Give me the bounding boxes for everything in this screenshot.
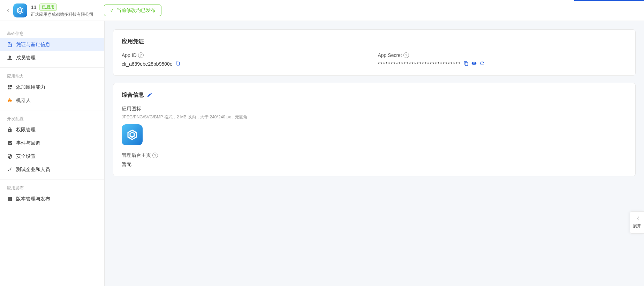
sidebar-item-permissions-label: 权限管理 (16, 127, 36, 133)
sidebar-item-security-label: 安全设置 (16, 153, 36, 160)
credentials-card-title: 应用凭证 (122, 38, 627, 45)
app-id-copy-icon[interactable] (175, 61, 180, 67)
app-secret-eye-icon[interactable] (471, 61, 477, 67)
admin-field-label: 管理后台主页 (122, 152, 151, 159)
credentials-card: 应用凭证 App ID ? cli_a639ebe28bb9500e (113, 29, 636, 76)
general-info-header: 综合信息 (122, 91, 627, 99)
admin-field-label-row: 管理后台主页 ? (122, 152, 627, 159)
app-secret-value: ******************************** (378, 61, 461, 67)
app-id-value: cli_a639ebe28bb9500e (122, 61, 173, 67)
sidebar-section-title-dev: 开发配置 (0, 113, 104, 123)
app-id-number: 11 (31, 4, 37, 10)
sidebar-section-title-basics: 基础信息 (0, 28, 104, 38)
sidebar-item-robot-label: 机器人 (16, 97, 31, 104)
publish-icon (7, 196, 13, 202)
icon-field-desc: JPEG/PNG/SVG/BMP 格式，2 MB 以内，大于 240*240 p… (122, 114, 627, 120)
app-secret-refresh-icon[interactable] (479, 61, 485, 67)
icon-field-label: 应用图标 (122, 106, 627, 112)
sidebar-section-title-ability: 应用能力 (0, 71, 104, 81)
app-icon (13, 3, 27, 17)
lock-icon (7, 127, 13, 133)
expand-button[interactable]: 《 展开 (630, 211, 644, 234)
app-info: 11 已启用 正式应用@成都赡多科技有限公司 (31, 3, 93, 17)
sidebar-item-add-ability-label: 添加应用能力 (16, 84, 45, 90)
sidebar-item-permissions[interactable]: 权限管理 (0, 123, 104, 137)
app-secret-copy-icon[interactable] (464, 61, 469, 67)
divider-2 (0, 110, 104, 110)
callback-icon (7, 140, 13, 146)
grid-icon (7, 85, 13, 90)
sidebar-item-version-label: 版本管理与发布 (16, 196, 50, 202)
publish-status-text: 当前修改均已发布 (116, 7, 156, 14)
person-icon (7, 55, 13, 61)
general-info-title: 综合信息 (122, 91, 144, 99)
app-id-value-row: cli_a639ebe28bb9500e (122, 61, 371, 67)
back-button[interactable]: ‹ (7, 7, 9, 14)
sidebar: 基础信息 凭证与基础信息 成员管理 应用能力 (0, 21, 105, 286)
sidebar-item-events-label: 事件与回调 (16, 140, 40, 146)
admin-help-icon[interactable]: ? (152, 153, 158, 158)
expand-chevron-icon: 《 (635, 216, 639, 222)
app-header: ‹ 11 已启用 正式应用@成都赡多科技有限公司 ✓ 当前修改均已发布 (0, 0, 644, 21)
app-status-badge: 已启用 (39, 3, 57, 11)
publish-status-badge: ✓ 当前修改均已发布 (104, 5, 161, 16)
sidebar-item-test-users-label: 测试企业和人员 (16, 167, 50, 173)
expand-label: 展开 (633, 223, 641, 229)
sidebar-item-version[interactable]: 版本管理与发布 (0, 192, 104, 206)
app-secret-value-row: ******************************** (378, 61, 627, 67)
admin-field-value: 暂无 (122, 161, 627, 168)
app-icon-preview (122, 124, 143, 145)
sidebar-item-robot[interactable]: 机器人 (0, 94, 104, 107)
main-content: 应用凭证 App ID ? cli_a639ebe28bb9500e (105, 21, 644, 286)
sidebar-item-security[interactable]: 安全设置 (0, 150, 104, 163)
sidebar-item-credentials-label: 凭证与基础信息 (16, 42, 50, 48)
app-secret-field: App Secret ? ***************************… (378, 52, 627, 67)
divider-1 (0, 67, 104, 68)
app-secret-help-icon[interactable]: ? (403, 52, 409, 58)
shield-icon (7, 154, 13, 159)
app-secret-label-row: App Secret ? (378, 52, 627, 58)
app-id-label: App ID (122, 52, 137, 58)
robot-icon (7, 98, 13, 103)
sidebar-item-add-ability[interactable]: 添加应用能力 (0, 81, 104, 94)
sidebar-section-title-publish: 应用发布 (0, 182, 104, 192)
sidebar-item-test-users[interactable]: 测试企业和人员 (0, 163, 104, 176)
progress-bar (574, 0, 644, 1)
sidebar-item-members[interactable]: 成员管理 (0, 51, 104, 65)
general-info-card: 综合信息 应用图标 JPEG/PNG/SVG/BMP 格式，2 MB 以内，大于… (113, 83, 636, 176)
check-icon: ✓ (110, 7, 114, 14)
main-layout: 基础信息 凭证与基础信息 成员管理 应用能力 (0, 21, 644, 286)
sidebar-item-events[interactable]: 事件与回调 (0, 137, 104, 150)
app-type: 正式应用@成都赡多科技有限公司 (31, 12, 93, 17)
edit-icon[interactable] (147, 92, 152, 99)
document-icon (7, 42, 13, 47)
app-id-field: App ID ? cli_a639ebe28bb9500e (122, 52, 371, 67)
sidebar-item-members-label: 成员管理 (16, 55, 36, 61)
test-icon (7, 167, 13, 173)
app-id-label-row: App ID ? (122, 52, 371, 58)
app-secret-label: App Secret (378, 52, 402, 58)
divider-3 (0, 179, 104, 179)
app-id-help-icon[interactable]: ? (138, 52, 144, 58)
sidebar-item-credentials[interactable]: 凭证与基础信息 (0, 38, 104, 51)
credentials-grid: App ID ? cli_a639ebe28bb9500e (122, 52, 627, 67)
